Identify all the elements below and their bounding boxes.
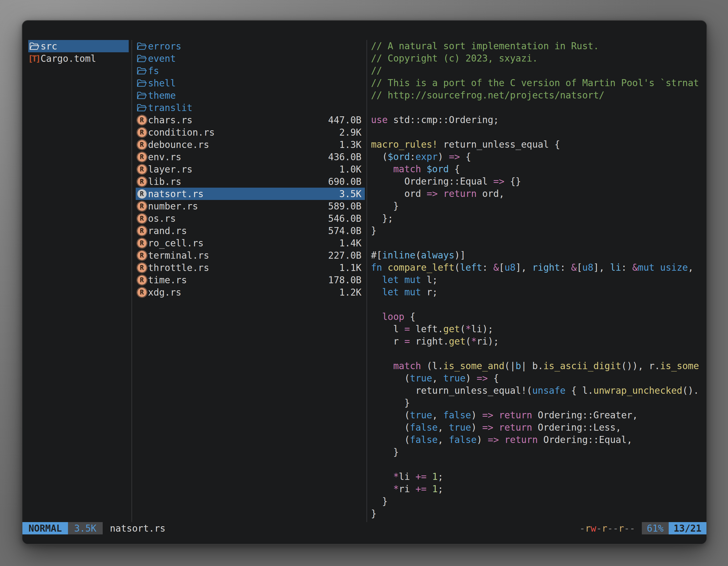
code-token <box>421 164 427 175</box>
code-line: // This is a port of the C version of Ma… <box>371 77 706 89</box>
code-line: Ordering::Equal => {} <box>371 175 706 188</box>
folder-open-icon <box>28 42 41 51</box>
rust-icon: R <box>136 214 148 223</box>
file-row-debounce.rs[interactable]: Rdebounce.rs1.3K <box>136 139 365 151</box>
file-row-throttle.rs[interactable]: Rthrottle.rs1.1K <box>136 262 365 274</box>
code-line: // http://sourcefrog.net/projects/natsor… <box>371 89 706 102</box>
code-token: // <box>371 65 382 76</box>
code-token: : <box>482 262 493 273</box>
file-row-chars.rs[interactable]: Rchars.rs447.0B <box>136 114 365 126</box>
permission-char: w <box>591 523 596 534</box>
rust-icon: R <box>136 288 148 297</box>
file-size: 3.5K <box>339 189 365 200</box>
code-line: match $ord { <box>371 163 706 175</box>
code-token: & <box>632 262 638 273</box>
file-row-event[interactable]: event <box>136 52 365 65</box>
code-token: ( <box>371 151 388 162</box>
code-token: { <box>460 151 471 162</box>
code-token: & <box>493 262 499 273</box>
permission-char: - <box>624 523 630 534</box>
code-token: l <box>371 323 404 334</box>
file-row-ro_cell.rs[interactable]: Rro_cell.rs1.4K <box>136 237 365 249</box>
code-line: (true, true) => { <box>371 372 706 384</box>
code-token: (| <box>504 360 516 371</box>
code-token: b <box>516 360 521 371</box>
code-token <box>399 274 404 285</box>
code-line: l = left.get(*li); <box>371 323 706 335</box>
code-line: use std::cmp::Ordering; <box>371 114 706 126</box>
code-token: let <box>382 286 399 297</box>
code-token: false <box>449 434 476 445</box>
code-token: ( <box>371 422 410 433</box>
code-line: let mut r; <box>371 286 706 298</box>
code-token <box>654 262 660 273</box>
file-size: 2.9K <box>339 127 365 138</box>
cursor-position-badge: 13/21 <box>669 522 706 534</box>
status-filename: natsort.rs <box>110 522 166 534</box>
file-row-natsort.rs[interactable]: Rnatsort.rs3.5K <box>136 188 365 200</box>
file-row-number.rs[interactable]: Rnumber.rs589.0B <box>136 200 365 212</box>
code-line: // A natural sort implementation in Rust… <box>371 40 706 52</box>
file-row-os.rs[interactable]: Ros.rs546.0B <box>136 212 365 225</box>
file-size-label: 3.5K <box>74 523 96 534</box>
file-row-layer.rs[interactable]: Rlayer.rs1.0K <box>136 163 365 175</box>
parent-row-Cargo.toml[interactable]: [T]Cargo.toml <box>28 52 129 65</box>
file-size: 1.2K <box>339 287 365 298</box>
file-row-errors[interactable]: errors <box>136 40 365 52</box>
file-row-fs[interactable]: fs <box>136 65 365 77</box>
code-token: => <box>449 151 460 162</box>
code-token: * <box>393 483 399 494</box>
file-size: 1.1K <box>339 262 365 273</box>
code-token: * <box>393 471 399 482</box>
file-name: ro_cell.rs <box>148 238 204 249</box>
file-row-shell[interactable]: shell <box>136 77 365 89</box>
file-row-translit[interactable]: translit <box>136 102 365 114</box>
code-line: // Copyright (c) 2023, sxyazi. <box>371 52 706 65</box>
code-token: ( <box>371 434 410 445</box>
code-token: false <box>410 434 438 445</box>
rust-icon: R <box>136 276 148 285</box>
code-token: return <box>443 188 476 199</box>
code-token: u8 <box>582 262 593 273</box>
code-line: (false, true) => return Ordering::Less, <box>371 421 706 434</box>
code-token: ; <box>438 483 443 494</box>
parent-row-src[interactable]: src <box>28 40 129 52</box>
rust-icon: R <box>136 202 148 211</box>
code-token: mut <box>404 274 421 285</box>
code-token: is_ascii_digit <box>543 360 621 371</box>
code-token: li <box>610 262 621 273</box>
file-row-terminal.rs[interactable]: Rterminal.rs227.0B <box>136 249 365 262</box>
file-row-xdg.rs[interactable]: Rxdg.rs1.2K <box>136 286 365 298</box>
code-token: // Copyright (c) 2023, sxyazi. <box>371 53 538 64</box>
file-row-time.rs[interactable]: Rtime.rs178.0B <box>136 274 365 286</box>
code-token <box>499 434 504 445</box>
code-token: }; <box>371 213 393 224</box>
rust-icon: R <box>136 251 148 260</box>
code-token: return_unless_equal!( <box>371 385 532 396</box>
permission-char: - <box>613 523 619 534</box>
code-token: ], <box>516 262 532 273</box>
file-row-theme[interactable]: theme <box>136 89 365 102</box>
file-row-lib.rs[interactable]: Rlib.rs690.0B <box>136 175 365 188</box>
code-token: r <box>371 336 404 347</box>
code-token: , <box>688 262 694 273</box>
file-name: condition.rs <box>148 127 215 138</box>
code-token: true <box>443 373 465 384</box>
code-token: {} <box>504 176 521 187</box>
mode-label: NORMAL <box>29 523 62 534</box>
code-line: } <box>371 446 706 458</box>
code-line: } <box>371 508 706 520</box>
file-row-env.rs[interactable]: Renv.rs436.0B <box>136 151 365 163</box>
folder-open-icon <box>136 91 148 100</box>
folder-open-icon <box>136 54 148 63</box>
file-row-condition.rs[interactable]: Rcondition.rs2.9K <box>136 126 365 139</box>
code-line: ord => return ord, <box>371 188 706 200</box>
file-row-rand.rs[interactable]: Rrand.rs574.0B <box>136 225 365 237</box>
code-token: u8 <box>504 262 516 273</box>
code-line: return_unless_equal!(unsafe { l.unwrap_u… <box>371 384 706 397</box>
permissions: -rw-r--r-- <box>579 522 635 534</box>
file-size-badge: 3.5K <box>68 522 102 534</box>
code-line: fn compare_left(left: &[u8], right: &[u8… <box>371 262 706 274</box>
rust-icon: R <box>136 226 148 236</box>
code-token: true <box>410 410 432 420</box>
